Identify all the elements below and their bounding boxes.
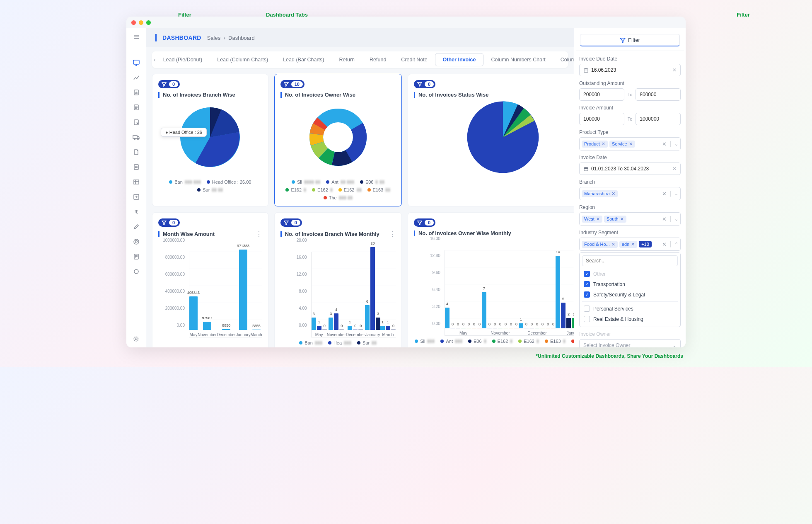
option[interactable]: ✓Other [582,269,678,279]
tag[interactable]: Product✕ [582,141,608,148]
rupee-icon[interactable]: ₹ [133,208,140,216]
tab-lead-column[interactable]: Lead (Column Charts) [210,53,276,66]
list-icon[interactable] [133,104,140,111]
field-label: Invoice Amount [579,105,681,111]
card-filter-button[interactable]: 0 [280,218,302,227]
clear-all-icon[interactable]: ✕ [662,191,667,197]
chevron-down-icon[interactable]: ⌄ [674,191,678,196]
remove-tag-icon[interactable]: ✕ [631,242,635,247]
card-menu-icon[interactable]: ⋮ [389,230,396,238]
card-month-amount: 0 Month Wise Amount⋮ 1000000.00800000.00… [152,212,268,347]
date-range-input[interactable]: 01.01.2023 To 30.04.2023 ✕ [579,163,681,175]
card-filter-button[interactable]: 0 [414,80,435,88]
truck-icon[interactable] [133,133,140,141]
tag-more-count[interactable]: +10 [639,241,652,247]
tag[interactable]: Food & Ho...✕ [582,241,618,248]
chart-legend: Ban▮▮▮ ▮▮▮ Head Office : 26.00 Sur▮▮ ▮▮ [158,179,262,192]
card-filter-button[interactable]: 10 [280,80,304,88]
clear-all-icon[interactable]: ✕ [662,241,667,247]
parking-icon[interactable] [133,238,140,245]
tab-credit-note[interactable]: Credit Note [394,53,435,66]
tag[interactable]: Service✕ [609,141,635,148]
dashboard-icon[interactable] [133,59,140,66]
svg-rect-3 [134,120,138,125]
clipboard-icon[interactable] [133,163,140,171]
option[interactable]: ✓Transportation [582,279,678,289]
clear-all-icon[interactable]: ✕ [662,216,667,222]
dropdown-search-input[interactable] [582,255,678,266]
card-filter-button[interactable]: 0 [158,80,180,88]
range-to-input[interactable]: 800000 [636,88,681,101]
tag[interactable]: Maharashtra✕ [582,190,618,197]
range-from-input[interactable]: 100000 [579,113,624,125]
range-to-input[interactable]: 1000000 [636,113,681,125]
card-menu-icon[interactable]: ⋮ [256,230,262,238]
card-title: No. of Invoices Owner Wise [285,92,355,98]
notes-icon[interactable] [133,253,140,260]
chevron-down-icon[interactable]: ⌄ [674,141,678,147]
select-input[interactable]: Select Invoice Owner⌄ [579,339,681,347]
clear-icon[interactable]: ✕ [672,166,677,172]
multiselect[interactable]: West✕ South✕ ✕│⌄ [579,212,681,226]
maximize-window-button[interactable] [146,20,151,25]
tag[interactable]: South✕ [604,216,626,223]
tab-other-invoice[interactable]: Other Invoice [435,53,484,66]
add-icon[interactable] [133,193,140,201]
svg-rect-24 [584,68,588,72]
tab-column-numbers[interactable]: Column Numbers Chart [483,53,553,66]
edit-doc-icon[interactable] [133,119,140,126]
tab-lead-bar[interactable]: Lead (Bar Charts) [276,53,331,66]
remove-tag-icon[interactable]: ✕ [602,141,605,147]
option[interactable]: Real Estate & Housing [582,314,678,324]
analytics-icon[interactable] [133,74,140,81]
remove-tag-icon[interactable]: ✕ [611,191,615,196]
svg-point-6 [137,138,138,140]
field-label: Branch [579,179,681,185]
field-invoice-date: Invoice Date 01.01.2023 To 30.04.2023 ✕ [579,155,681,175]
date-input[interactable]: 16.06.2023 ✕ [579,64,681,76]
page-title: DASHBOARD [162,34,201,41]
remove-tag-icon[interactable]: ✕ [596,216,600,222]
card-filter-button[interactable]: 0 [158,218,180,227]
remove-tag-icon[interactable]: ✕ [611,242,615,247]
clear-icon[interactable]: ✕ [672,67,677,73]
option[interactable]: Personal Services [582,303,678,314]
field-label: Invoice Date [579,155,681,160]
chevron-up-icon[interactable]: ⌃ [674,242,678,247]
close-window-button[interactable] [131,20,136,25]
table-icon[interactable] [133,178,140,186]
tab-lead-pie[interactable]: Lead (Pie/Donut) [156,53,210,66]
menu-icon[interactable] [133,33,140,41]
chart-legend: Sil▮▮▮▮ ▮▮ Ant▮▮ ▮▮▮ E06▮ ▮▮ E162▮ E162▮… [280,179,396,200]
field-branch: Branch Maharashtra✕ ✕│⌄ [579,179,681,200]
clear-all-icon[interactable]: ✕ [662,141,667,147]
remove-tag-icon[interactable]: ✕ [620,216,624,222]
field-label: Industry Segment [579,230,681,235]
pie-tooltip: ● Head Office : 26 [161,128,207,137]
tag[interactable]: West✕ [582,216,602,223]
multiselect[interactable]: Food & Ho...✕ edn✕ +10 ✕│⌃ [579,238,681,251]
document-icon[interactable] [133,148,140,156]
chevron-down-icon[interactable]: ⌄ [674,216,678,222]
minimize-window-button[interactable] [139,20,143,25]
tab-return[interactable]: Return [332,53,362,66]
multiselect[interactable]: Maharashtra✕ ✕│⌄ [579,187,681,200]
remove-tag-icon[interactable]: ✕ [629,141,633,147]
circle-icon[interactable] [133,268,140,275]
pencil-icon[interactable] [133,223,140,230]
footer-note: *Unlimited Customizable Dashboards, Shar… [126,353,686,359]
tag[interactable]: edn✕ [619,241,637,248]
report-icon[interactable] [133,89,140,96]
range-from-input[interactable]: 200000 [579,88,624,101]
chevron-down-icon[interactable]: ⌄ [672,342,677,347]
multiselect[interactable]: Product✕ Service✕ ✕│⌄ [579,137,681,150]
card-status-pie: 0 No. of Invoices Status Wise [408,74,574,206]
field-region: Region West✕ South✕ ✕│⌄ [579,204,681,226]
settings-icon[interactable] [133,335,140,342]
option[interactable]: ✓Safety/Security & Legal [582,289,678,300]
dashboard-content: 0 No. of Invoices Branch Wise ● Head Off… [146,68,574,347]
svg-point-5 [134,138,135,140]
card-filter-button[interactable]: 0 [414,218,435,227]
tab-column-numbers-2[interactable]: Column Numbers Char [553,53,574,66]
tab-refund[interactable]: Refund [362,53,394,66]
